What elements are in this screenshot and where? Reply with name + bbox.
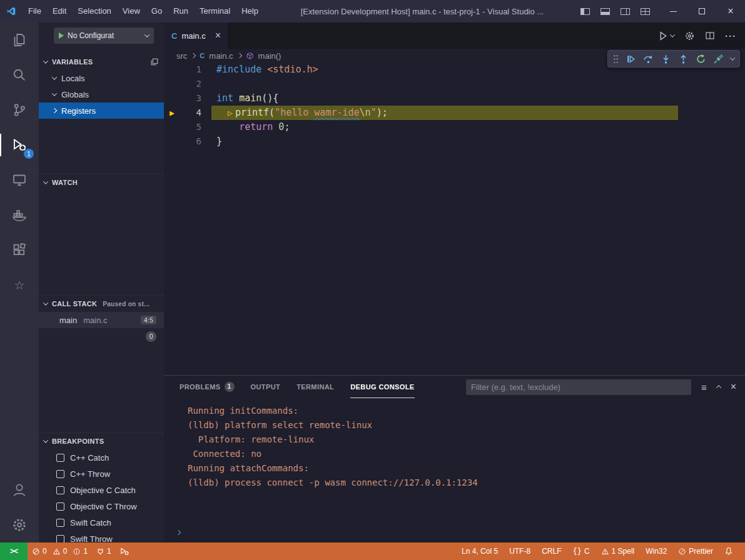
breakpoint-row[interactable]: Swift Catch: [39, 514, 164, 531]
activity-settings[interactable]: [0, 508, 39, 542]
close-panel-icon[interactable]: ×: [731, 381, 736, 392]
call-stack-header[interactable]: CALL STACK Paused on st...: [39, 296, 164, 312]
watch-header[interactable]: WATCH: [39, 174, 164, 191]
maximize-panel-icon[interactable]: [717, 385, 721, 389]
code-token: main: [239, 92, 261, 104]
variables-header[interactable]: VARIABLES: [39, 54, 164, 70]
panel-tab-problems[interactable]: PROBLEMS1: [180, 376, 235, 398]
console-input-prompt[interactable]: [176, 526, 180, 537]
ports-indicator[interactable]: 1: [92, 542, 116, 560]
debug-current-line-arrow-icon[interactable]: ▶: [164, 106, 180, 120]
start-debug-icon[interactable]: [59, 32, 64, 39]
variables-scope-globals[interactable]: Globals: [39, 86, 164, 102]
menu-view[interactable]: View: [117, 3, 146, 19]
menu-selection[interactable]: Selection: [72, 3, 116, 19]
output-actions-icon[interactable]: ≡: [701, 382, 707, 392]
step-out-icon[interactable]: [678, 54, 689, 64]
menu-help[interactable]: Help: [236, 3, 264, 19]
step-over-icon[interactable]: [643, 54, 654, 64]
code-line[interactable]: 5 return 0;: [164, 120, 745, 134]
menu-terminal[interactable]: Terminal: [194, 3, 236, 19]
menu-go[interactable]: Go: [146, 3, 168, 19]
toggle-panel-icon[interactable]: [601, 8, 610, 15]
stack-frame-row[interactable]: main main.c 4:5: [39, 312, 164, 328]
code-line[interactable]: 2: [164, 77, 745, 91]
breakpoint-checkbox[interactable]: [56, 519, 64, 527]
customize-layout-icon[interactable]: [641, 8, 650, 15]
breakpoint-row[interactable]: Objective C Throw: [39, 498, 164, 514]
editor-settings-icon[interactable]: [684, 31, 695, 41]
spell-checker-status[interactable]: 1 Spell: [595, 542, 641, 560]
toolbar-drag-handle[interactable]: [613, 54, 619, 64]
console-filter-input[interactable]: [466, 379, 691, 395]
split-editor-icon[interactable]: [705, 31, 715, 41]
code-line[interactable]: ▶4 printf("hello wamr-ide\n");: [164, 106, 745, 120]
breakpoint-checkbox[interactable]: [56, 535, 64, 543]
activity-source-control[interactable]: [0, 92, 39, 128]
breadcrumb-symbol[interactable]: main(): [258, 51, 281, 61]
breadcrumb-file[interactable]: main.c: [209, 51, 233, 61]
notifications-bell[interactable]: [719, 542, 739, 560]
code-line[interactable]: 6}: [164, 134, 745, 149]
activity-explorer[interactable]: [0, 22, 39, 58]
debug-config-dropdown[interactable]: No Configurat: [54, 28, 154, 44]
cursor-position[interactable]: Ln 4, Col 5: [456, 542, 504, 560]
menu-run[interactable]: Run: [168, 3, 194, 19]
code-token: [216, 121, 239, 132]
breakpoint-row[interactable]: C++ Throw: [39, 466, 164, 482]
activity-wamr-extension[interactable]: ☆: [0, 268, 39, 302]
eol-indicator[interactable]: CRLF: [536, 542, 567, 560]
activity-remote-explorer[interactable]: [0, 162, 39, 198]
tab-main-c[interactable]: C main.c ×: [164, 22, 229, 49]
breakpoint-row[interactable]: Objective C Catch: [39, 482, 164, 498]
panel-tab-terminal[interactable]: TERMINAL: [296, 376, 334, 398]
activity-extensions[interactable]: [0, 232, 39, 268]
glyph-margin[interactable]: [164, 62, 180, 77]
glyph-margin[interactable]: [164, 120, 180, 134]
disconnect-icon[interactable]: [713, 54, 724, 64]
breakpoint-checkbox[interactable]: [56, 502, 64, 511]
toggle-secondary-sidebar-icon[interactable]: [621, 8, 630, 15]
continue-icon[interactable]: [626, 54, 636, 64]
breakpoint-checkbox[interactable]: [56, 470, 64, 478]
breakpoint-row[interactable]: Swift Throw: [39, 531, 164, 542]
formatter-status[interactable]: Prettier: [672, 542, 719, 560]
panel-tab-output[interactable]: OUTPUT: [251, 376, 281, 398]
problems-indicator[interactable]: 0 0 1: [28, 542, 92, 560]
breakpoint-checkbox[interactable]: [56, 486, 64, 494]
run-file-button[interactable]: [658, 31, 674, 41]
close-tab-icon[interactable]: ×: [215, 30, 221, 41]
menu-file[interactable]: File: [23, 3, 47, 19]
encoding-indicator[interactable]: UTF-8: [504, 542, 536, 560]
menu-edit[interactable]: Edit: [47, 3, 72, 19]
breadcrumb-folder[interactable]: src: [176, 51, 187, 61]
glyph-margin[interactable]: [164, 134, 180, 149]
glyph-margin[interactable]: [164, 91, 180, 106]
step-into-icon[interactable]: [661, 54, 671, 64]
activity-search[interactable]: [0, 58, 39, 92]
variables-scope-registers[interactable]: Registers: [39, 102, 164, 119]
minimize-button[interactable]: [659, 0, 687, 22]
variables-scope-locals[interactable]: Locals: [39, 70, 164, 86]
activity-docker[interactable]: [0, 198, 39, 232]
maximize-button[interactable]: [687, 0, 716, 22]
debug-status-icon[interactable]: [116, 542, 134, 560]
activity-accounts[interactable]: [0, 472, 39, 508]
restart-icon[interactable]: [696, 54, 706, 64]
toggle-sidebar-icon[interactable]: [580, 8, 590, 15]
panel-tab-debug-console[interactable]: DEBUG CONSOLE: [350, 376, 414, 398]
chevron-down-icon: [43, 300, 48, 305]
more-actions-icon[interactable]: ···: [725, 31, 736, 41]
breakpoint-row[interactable]: C++ Catch: [39, 449, 164, 466]
breakpoints-header[interactable]: BREAKPOINTS: [39, 433, 164, 449]
code-line[interactable]: 3int main(){: [164, 91, 745, 106]
remote-indicator[interactable]: ><: [0, 542, 28, 560]
breakpoint-checkbox[interactable]: [56, 454, 64, 462]
platform-indicator[interactable]: Win32: [640, 542, 672, 560]
close-button[interactable]: ×: [716, 0, 745, 22]
glyph-margin[interactable]: [164, 77, 180, 91]
more-debug-actions-icon[interactable]: [730, 55, 735, 60]
collapse-all-icon[interactable]: [150, 58, 159, 66]
activity-run-debug[interactable]: 1: [0, 128, 39, 162]
language-mode[interactable]: {}C: [567, 542, 595, 560]
